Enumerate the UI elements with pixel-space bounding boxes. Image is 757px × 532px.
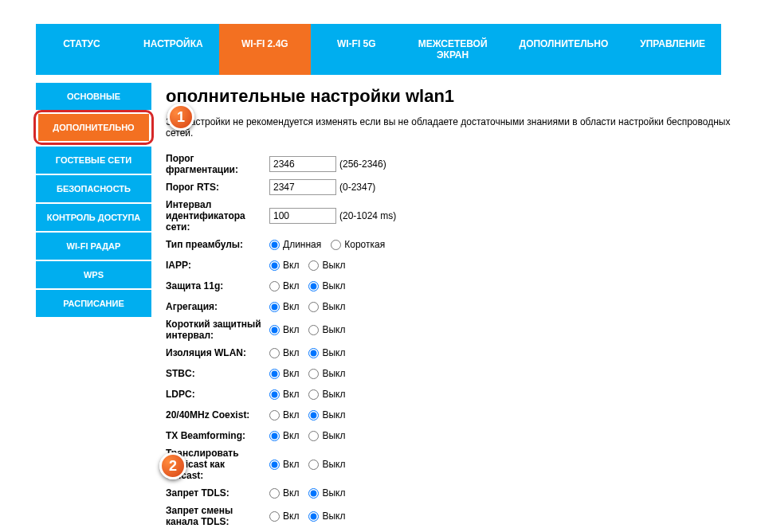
sidebar-item-5[interactable]: WI-FI РАДАР [36,233,151,260]
tab-5[interactable]: ДОПОЛНИТЕЛЬНО [504,24,625,75]
isolation-opt-1[interactable]: Выкл [308,347,345,358]
page-description: Эти настройки не рекомендуется изменять … [166,116,757,139]
tab-0[interactable]: СТАТУС [36,24,127,75]
tdls-opt-1[interactable]: Выкл [308,487,345,499]
tab-2[interactable]: WI-FI 2.4G [219,24,311,75]
mc2uc-opt-1[interactable]: Выкл [308,459,345,470]
tdls_ch-label: Запрет смены канала TDLS: [166,505,269,527]
beacon-label: Интервал идентификатора сети: [166,199,269,233]
ldpc-label: LDPC: [166,389,269,400]
tdls-opt-0[interactable]: Вкл [269,487,299,499]
callout-badge-2: 2 [159,452,186,479]
mc2uc-opt-0[interactable]: Вкл [269,459,299,470]
sidebar-item-4[interactable]: КОНТРОЛЬ ДОСТУПА [36,204,151,231]
isolation-label: Изоляция WLAN: [166,347,269,358]
sidebar-item-2[interactable]: ГОСТЕВЫЕ СЕТИ [36,147,151,174]
aggr-opt-0[interactable]: Вкл [269,301,299,312]
top-nav: СТАТУСНАСТРОЙКАWI-FI 2.4GWI-FI 5GМЕЖСЕТЕ… [36,24,721,75]
iapp-label: IAPP: [166,260,269,271]
tab-4[interactable]: МЕЖСЕТЕВОЙ ЭКРАН [402,24,504,75]
shortgi-opt-1[interactable]: Выкл [308,324,345,335]
main-content: ополнительные настройки wlan1 Эти настро… [151,83,757,532]
txbf-opt-0[interactable]: Вкл [269,430,299,441]
shortgi-label: Короткий защитный интервал: [166,319,269,341]
frag-hint: (256-2346) [339,158,386,170]
stbc-opt-1[interactable]: Выкл [308,368,345,379]
stbc-label: STBC: [166,368,269,379]
rts-hint: (0-2347) [339,182,375,193]
tdls-label: Запрет TDLS: [166,487,269,499]
callout-badge-1: 1 [167,104,194,131]
coex-opt-0[interactable]: Вкл [269,409,299,421]
iapp-opt-0[interactable]: Вкл [269,260,299,271]
tdls_ch-opt-0[interactable]: Вкл [269,510,299,522]
sidebar: ОСНОВНЫЕДОПОЛНИТЕЛЬНОГОСТЕВЫЕ СЕТИБЕЗОПА… [36,83,151,532]
stbc-opt-0[interactable]: Вкл [269,368,299,379]
coex-label: 20/40MHz Coexist: [166,409,269,421]
isolation-opt-0[interactable]: Вкл [269,347,299,358]
prot11g-label: Защита 11g: [166,280,269,291]
tab-1[interactable]: НАСТРОЙКА [127,24,219,75]
rts-input[interactable] [269,179,336,195]
preamble-label: Тип преамбулы: [166,239,269,250]
beacon-input[interactable] [269,208,336,224]
sidebar-highlight: ДОПОЛНИТЕЛЬНО [33,110,154,145]
tab-6[interactable]: УПРАВЛЕНИЕ [624,24,721,75]
sidebar-item-6[interactable]: WPS [36,261,151,288]
tdls_ch-opt-1[interactable]: Выкл [308,510,345,522]
aggr-label: Агрегация: [166,301,269,312]
ldpc-opt-0[interactable]: Вкл [269,389,299,400]
prot11g-opt-1[interactable]: Выкл [308,280,345,291]
ldpc-opt-1[interactable]: Выкл [308,389,345,400]
txbf-label: TX Beamforming: [166,430,269,441]
sidebar-item-1[interactable]: ДОПОЛНИТЕЛЬНО [38,114,149,141]
sidebar-item-3[interactable]: БЕЗОПАСНОСТЬ [36,175,151,202]
txbf-opt-1[interactable]: Выкл [308,430,345,441]
shortgi-opt-0[interactable]: Вкл [269,324,299,335]
prot11g-opt-0[interactable]: Вкл [269,280,299,291]
frag-input[interactable] [269,156,336,172]
frag-label: Порог фрагментации: [166,153,269,175]
aggr-opt-1[interactable]: Выкл [308,301,345,312]
tab-3[interactable]: WI-FI 5G [311,24,402,75]
coex-opt-1[interactable]: Выкл [308,409,345,421]
sidebar-item-7[interactable]: РАСПИСАНИЕ [36,290,151,317]
iapp-opt-1[interactable]: Выкл [308,260,345,271]
beacon-hint: (20-1024 ms) [339,210,396,221]
preamble-opt-1[interactable]: Короткая [331,239,385,250]
page-title: ополнительные настройки wlan1 [166,86,757,107]
rts-label: Порог RTS: [166,182,269,193]
preamble-opt-0[interactable]: Длинная [269,239,321,250]
sidebar-item-0[interactable]: ОСНОВНЫЕ [36,83,151,110]
